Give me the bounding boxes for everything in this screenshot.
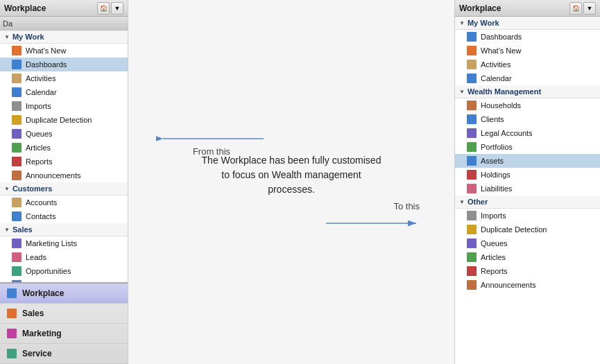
nav-dashboards[interactable]: Dashboards [0, 58, 128, 71]
bottom-nav-marketing[interactable]: Marketing [0, 324, 128, 344]
bottom-nav-sales[interactable]: Sales [0, 304, 128, 324]
right-nav-whats-new[interactable]: What's New [455, 44, 600, 58]
right-home-icon[interactable]: 🏠 [569, 2, 582, 15]
nav-whats-new[interactable]: What's New [0, 44, 128, 58]
nav-duplicate-detection[interactable]: Duplicate Detection [0, 113, 128, 127]
right-whats-new-icon [466, 45, 477, 56]
imports-icon [11, 101, 22, 112]
right-section-mywork: ▼ My Work [455, 17, 600, 30]
section-customers-label: Customers [12, 184, 52, 193]
nav-articles[interactable]: Articles [0, 141, 128, 155]
right-nav-activities-label: Activities [481, 60, 511, 69]
right-nav-dup-label: Duplicate Detection [481, 225, 547, 234]
nav-contacts[interactable]: Contacts [0, 209, 128, 223]
sales-nav-icon [6, 307, 18, 320]
opportunities-icon [11, 266, 22, 277]
right-articles-icon [466, 252, 477, 263]
bottom-nav-workplace[interactable]: Workplace [0, 284, 128, 304]
right-nav-announcements-label: Announcements [481, 281, 536, 289]
activities-icon [11, 73, 22, 84]
reports-icon [11, 156, 22, 167]
section-mywork-label: My Work [12, 33, 44, 41]
queues-icon [11, 128, 22, 139]
bottom-nav-service[interactable]: Service [0, 344, 128, 364]
right-activities-icon [466, 59, 477, 70]
clients-icon [466, 114, 477, 125]
right-nav-liabilities[interactable]: Liabilities [455, 182, 600, 196]
tab-label: Da [3, 19, 12, 28]
right-dup-icon [466, 224, 477, 235]
right-nav-articles[interactable]: Articles [455, 250, 600, 264]
bottom-nav-service-label: Service [22, 349, 52, 358]
nav-dashboards-label: Dashboards [26, 60, 67, 69]
nav-marketing-lists-label: Marketing Lists [26, 239, 77, 248]
right-nav-households[interactable]: Households [455, 98, 600, 112]
nav-queues-label: Queues [26, 130, 53, 138]
right-announcements-icon [466, 279, 477, 291]
right-nav-dashboards[interactable]: Dashboards [455, 30, 600, 44]
left-nav-panel: Workplace 🏠 ▼ Da ▼ My Work What's New Da… [0, 0, 128, 364]
right-nav-reports[interactable]: Reports [455, 264, 600, 278]
right-nav-holdings[interactable]: Holdings [455, 168, 600, 182]
right-nav-holdings-label: Holdings [481, 171, 511, 179]
nav-imports[interactable]: Imports [0, 99, 128, 113]
left-nav-content: ▼ My Work What's New Dashboards Activiti… [0, 31, 128, 282]
liabilities-icon [466, 183, 477, 194]
right-nav-calendar[interactable]: Calendar [455, 71, 600, 85]
right-nav-queues[interactable]: Queues [455, 236, 600, 250]
nav-leads-label: Leads [26, 253, 46, 261]
nav-accounts[interactable]: Accounts [0, 196, 128, 209]
middle-section: The Workplace has been fully customised … [128, 0, 454, 364]
portfolios-icon [466, 141, 477, 153]
nav-marketing-lists[interactable]: Marketing Lists [0, 236, 128, 250]
right-nav-assets[interactable]: Assets [455, 154, 600, 168]
households-icon [466, 100, 477, 111]
right-arrow-svg [323, 213, 420, 234]
right-reports-icon [466, 266, 477, 277]
to-label: To this [393, 201, 420, 211]
home-icon[interactable]: 🏠 [97, 2, 110, 15]
right-nav-articles-label: Articles [481, 253, 506, 261]
right-panel-title: Workplace [459, 3, 567, 13]
right-section-other-label: Other [468, 198, 488, 206]
section-mywork: ▼ My Work [0, 31, 128, 44]
assets-icon [466, 155, 477, 166]
right-nav-duplicate-detection[interactable]: Duplicate Detection [455, 223, 600, 236]
nav-leads[interactable]: Leads [0, 250, 128, 264]
right-nav-assets-label: Assets [481, 157, 504, 165]
legal-accounts-icon [466, 128, 477, 139]
right-section-other: ▼ Other [455, 196, 600, 209]
right-section-wealth: ▼ Wealth Management [455, 85, 600, 98]
right-nav-portfolios[interactable]: Portfolios [455, 140, 600, 154]
nav-activities[interactable]: Activities [0, 71, 128, 85]
right-nav-clients-label: Clients [481, 115, 504, 123]
nav-icon[interactable]: ▼ [111, 2, 123, 15]
to-this-annotation: To this [323, 201, 420, 234]
contacts-icon [11, 211, 22, 222]
right-nav-imports[interactable]: Imports [455, 209, 600, 223]
right-nav-announcements[interactable]: Announcements [455, 278, 600, 292]
right-imports-icon [466, 210, 477, 221]
accounts-icon [11, 197, 22, 208]
nav-announcements-label: Announcements [26, 171, 81, 180]
right-nav-clients[interactable]: Clients [455, 112, 600, 126]
right-nav-activities[interactable]: Activities [455, 58, 600, 71]
nav-opportunities[interactable]: Opportunities [0, 264, 128, 278]
right-nav-content: ▼ My Work Dashboards What's New Activiti… [455, 17, 600, 364]
right-nav-legal-accounts[interactable]: Legal Accounts [455, 126, 600, 140]
right-nav-icon[interactable]: ▼ [583, 2, 596, 15]
nav-calendar[interactable]: Calendar [0, 85, 128, 99]
nav-accounts-label: Accounts [26, 198, 57, 207]
nav-announcements[interactable]: Announcements [0, 168, 128, 182]
bottom-nav-marketing-label: Marketing [22, 329, 62, 338]
holdings-icon [466, 169, 477, 180]
triangle-icon: ▼ [4, 34, 10, 40]
marketing-lists-icon [11, 238, 22, 249]
right-nav-liabilities-label: Liabilities [481, 184, 512, 193]
right-triangle-other: ▼ [459, 199, 465, 205]
nav-reports[interactable]: Reports [0, 155, 128, 168]
nav-queues[interactable]: Queues [0, 127, 128, 141]
nav-duplicate-detection-label: Duplicate Detection [26, 116, 92, 124]
left-panel-icons: 🏠 ▼ [97, 2, 123, 15]
from-label: From this [193, 146, 230, 157]
